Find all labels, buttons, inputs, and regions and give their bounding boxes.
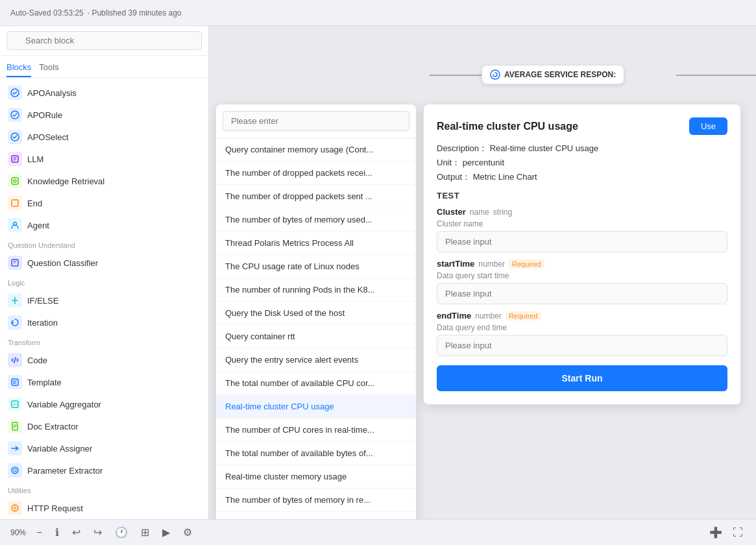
popup-list-item[interactable]: Real-time cluster CPU usage [216,395,416,418]
code-icon [8,353,22,367]
run-button[interactable]: ⚙ [180,524,195,541]
aporule-icon [8,108,22,122]
popup-list-item[interactable]: Thread Polaris Metrics Process All [216,232,416,255]
sidebar-item-apoanalysis[interactable]: APOAnalysis [0,82,208,104]
sidebar-label-variable-assigner: Variable Assigner [27,444,92,454]
param-endtime-input[interactable] [437,335,727,356]
section-label-transform: Transform [0,333,208,349]
svg-point-5 [14,180,16,182]
sidebar-item-llm[interactable]: LLM [0,148,208,170]
param-cluster-input[interactable] [437,231,727,252]
tab-blocks[interactable]: Blocks [6,60,31,77]
popup-list-item[interactable]: The total number of available CPU cor... [216,372,416,395]
undo-button[interactable]: ↩ [69,524,83,541]
layout-button[interactable]: ⊞ [138,524,152,541]
sidebar-item-variable-assigner[interactable]: Variable Assigner [0,437,208,459]
popup-list-item[interactable]: Query the entry service alert events [216,348,416,372]
param-endtime: endTime number Required Data query end t… [437,311,727,356]
flow-node[interactable]: AVERAGE SERVICE RESPON: [482,65,624,84]
zoom-label: 90% [10,528,26,537]
param-starttime-key: startTime [437,259,474,269]
http-request-icon [8,501,22,515]
sidebar-label-template: Template [27,378,62,387]
sidebar-item-doc-extractor[interactable]: Doc Extractor [0,415,208,437]
popup-list-item[interactable]: Query container memory usage (Cont... [216,138,416,162]
popup-list-item[interactable]: The number of CPU cores in real-time... [216,418,416,442]
sidebar-label-aporule: APORule [27,110,62,120]
question-classifier-icon [8,256,22,270]
sidebar-item-parameter-extractor[interactable]: Parameter Extractor [0,459,208,481]
popup-list-item[interactable]: Query container rtt [216,325,416,348]
sidebar-label-question-classifier: Question Classifier [27,258,98,268]
sidebar-label-code: Code [27,356,47,365]
param-cluster-type2: string [493,208,512,217]
history-button[interactable]: 🕐 [112,524,130,541]
sidebar-item-variable-aggregator[interactable]: Variable Aggregator [0,393,208,415]
param-cluster: Cluster name string Cluster name [437,207,727,252]
variable-aggregator-icon [8,397,22,411]
ifelse-icon [8,293,22,308]
play-button[interactable]: ▶ [160,524,173,541]
llm-icon [8,152,22,166]
popup-list-item[interactable]: The number of dropped packets recei... [216,162,416,185]
popup-list-item[interactable]: Number of namespaces in the K8s clu... [216,512,416,519]
sidebar-label-knowledge-retrieval: Knowledge Retrieval [27,176,104,186]
sidebar-item-template[interactable]: Template [0,371,208,393]
sidebar-item-ifelse[interactable]: IF/ELSE [0,289,208,311]
output-row: Output： Metric Line Chart [437,171,727,183]
use-button[interactable]: Use [689,117,727,135]
sidebar-item-agent[interactable]: Agent [0,214,208,236]
redo-button[interactable]: ↪ [91,524,104,541]
tab-tools[interactable]: Tools [39,60,58,77]
sidebar-item-iteration[interactable]: Iteration [0,311,208,333]
sidebar-item-aporule[interactable]: APORule [0,104,208,126]
flow-line-right [676,75,756,76]
flow-node-icon [490,69,500,80]
add-button[interactable]: ➕ [707,524,725,541]
sidebar-item-aposelect[interactable]: APOSelect [0,126,208,148]
param-starttime-required: Required [509,260,544,269]
param-cluster-key: Cluster [437,207,466,217]
popup-list-item[interactable]: Real-time cluster memory usage [216,465,416,489]
iteration-icon [8,315,22,330]
start-run-button[interactable]: Start Run [437,365,727,391]
output-value: Metric Line Chart [473,172,537,182]
popup-list-item[interactable]: Query the Disk Used of the host [216,302,416,325]
description-value: Real-time cluster CPU usage [490,143,599,153]
description-label: Description： [437,143,487,153]
sidebar-tabs: Blocks Tools [0,56,208,78]
param-endtime-key: endTime [437,311,471,321]
popup-list-item[interactable]: The number of dropped packets sent ... [216,185,416,208]
search-input[interactable] [6,31,202,50]
flow-node-label: AVERAGE SERVICE RESPON: [504,70,616,79]
param-starttime-title-row: startTime number Required [437,259,727,269]
popup-list-item[interactable]: The total number of available bytes of..… [216,442,416,465]
flow-line-left [430,75,482,76]
section-label-utilities: Utilities [0,481,208,497]
section-label-logic: Logic [0,274,208,289]
detail-meta: Description： Real-time cluster CPU usage… [437,143,727,183]
test-section: TEST Cluster name string Cluster name st… [437,191,727,391]
expand-button[interactable]: ⛶ [730,524,746,541]
sidebar-label-apoanalysis: APOAnalysis [27,88,77,98]
svg-rect-6 [12,200,18,206]
output-label: Output： [437,172,470,182]
sidebar-label-llm: LLM [27,154,43,164]
sidebar-item-http-request[interactable]: HTTP Request [0,497,208,519]
popup-list-item[interactable]: The CPU usage rate of Linux nodes [216,255,416,278]
info-button[interactable]: ℹ [53,524,62,541]
sidebar-item-question-classifier[interactable]: Question Classifier [0,252,208,274]
popup-list-item[interactable]: The number of running Pods in the K8... [216,278,416,302]
popup-search-input[interactable] [223,111,409,131]
detail-header: Real-time cluster CPU usage Use [437,117,727,135]
unit-row: Unit： percentunit [437,157,727,169]
section-label-question-understand: Question Understand [0,236,208,252]
param-starttime-input[interactable] [437,283,727,304]
param-endtime-required: Required [506,311,541,321]
popup-list-item[interactable]: The number of bytes of memory used... [216,208,416,232]
sidebar-item-knowledge-retrieval[interactable]: Knowledge Retrieval [0,170,208,192]
sidebar-item-end[interactable]: End [0,192,208,214]
popup-list-item[interactable]: The number of bytes of memory in re... [216,489,416,512]
zoom-out-button[interactable]: − [34,524,45,541]
sidebar-item-code[interactable]: Code [0,349,208,371]
